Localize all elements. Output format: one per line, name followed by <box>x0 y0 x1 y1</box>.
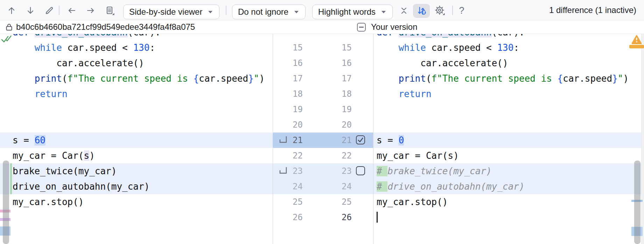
code-token: print <box>35 73 62 84</box>
code-line-right-18[interactable]: return <box>373 86 641 102</box>
code-line-right-23[interactable]: # brake_twice(my_car) <box>373 163 641 179</box>
gutter-row-24: 2424 <box>273 179 373 194</box>
code-line-left-19[interactable] <box>0 102 273 117</box>
code-token: while <box>35 42 62 53</box>
difference-summary: 1 difference (1 inactive) <box>549 0 636 20</box>
line-number-right: 17 <box>327 71 352 86</box>
code-line-left-15[interactable]: while car.speed < 130: <box>0 40 273 55</box>
line-number-right: 25 <box>327 194 352 210</box>
code-token: drive_on_autobahn(my_car) <box>13 181 149 192</box>
gutter-row-19: 1919 <box>273 102 373 117</box>
code-token: { <box>558 73 563 84</box>
code-line-right-24[interactable]: # drive_on_autobahn(my_car) <box>373 179 641 194</box>
code-line-right-22[interactable]: my_car = Car(s) <box>373 148 641 163</box>
code-token <box>377 42 399 53</box>
code-line-right-15[interactable]: while car.speed < 130: <box>373 40 641 55</box>
pencil-icon <box>44 5 55 16</box>
diff-include-checkbox-23[interactable] <box>356 166 365 175</box>
line-number-left: 23 <box>278 163 303 179</box>
code-line-right-26[interactable] <box>373 210 641 225</box>
your-version-checkbox[interactable] <box>357 23 366 32</box>
code-line-left-24[interactable]: drive_on_autobahn(my_car) <box>0 179 273 194</box>
code-line-left-21[interactable]: s = 60 <box>0 133 273 148</box>
code-line-left-20[interactable] <box>0 117 273 133</box>
compare-contents-button[interactable] <box>104 5 115 16</box>
previous-difference-button[interactable] <box>6 5 18 16</box>
settings-button[interactable] <box>434 5 446 16</box>
code-line-left-26[interactable] <box>0 210 273 225</box>
whitespace-policy-dropdown[interactable]: Do not ignore <box>232 5 306 19</box>
gutter-row-26: 2626 <box>273 210 373 225</box>
gear-icon <box>434 5 446 16</box>
code-line-left-22[interactable]: my_car = Car(s) <box>0 148 273 163</box>
code-line-right-16[interactable]: car.accelerate() <box>373 55 641 71</box>
line-number-right: 21 <box>327 133 352 148</box>
code-token: " <box>618 73 623 84</box>
code-line-left-23[interactable]: brake_twice(my_car) <box>0 163 273 179</box>
line-number-left: 17 <box>278 71 303 86</box>
forward-button[interactable] <box>85 5 97 16</box>
code-line-left-18[interactable]: return <box>0 86 273 102</box>
code-line-right-17[interactable]: print(f"The current speed is {car.speed}… <box>373 71 641 86</box>
line-number-right: 18 <box>327 86 352 102</box>
code-token: drive_on_autobahn <box>35 34 128 38</box>
code-token: ( <box>426 73 432 84</box>
line-number-left: 16 <box>278 55 303 71</box>
diff-include-checkbox-21[interactable] <box>356 135 365 144</box>
line-number-right: 16 <box>327 55 352 71</box>
inline-added-marker <box>10 163 12 179</box>
document-icon <box>104 5 115 16</box>
diff-viewer-window: Side-by-side viewer Do not ignore Highli… <box>0 0 644 244</box>
right-code-pane[interactable]: def drive_on_autobahn(car): while car.sp… <box>373 34 641 244</box>
next-difference-button[interactable] <box>24 5 36 16</box>
text-cursor <box>377 212 378 223</box>
gutter-row-17: 1717 <box>273 71 373 86</box>
inline-added-marker <box>10 179 12 194</box>
code-line-right-19[interactable] <box>373 102 641 117</box>
chevron-down-icon <box>207 9 214 14</box>
line-number-right <box>327 34 352 40</box>
code-line-right-21[interactable]: s = 0 <box>373 133 641 148</box>
code-token: my_car = Car( <box>13 150 84 161</box>
viewer-mode-dropdown[interactable]: Side-by-side viewer <box>123 5 219 19</box>
code-token: ( <box>62 73 68 84</box>
code-line-left-14[interactable]: def drive_on_autobahn(car): <box>0 34 273 40</box>
gutter-row-25: 2525 <box>273 194 373 210</box>
code-token: drive_on_autobahn <box>399 34 492 38</box>
code-token: brake_twice(my_car) <box>13 166 117 176</box>
back-button[interactable] <box>66 5 78 16</box>
code-token: s = <box>13 135 35 145</box>
edit-button[interactable] <box>43 5 55 16</box>
line-number-left: 22 <box>278 148 303 163</box>
code-token <box>13 89 35 99</box>
code-token: car.speed < <box>426 42 497 53</box>
line-number-right: 20 <box>327 117 352 133</box>
right-version-title: Your version <box>371 20 418 34</box>
viewer-mode-value: Side-by-side viewer <box>129 7 202 17</box>
code-token: my_car = Car(s) <box>377 150 459 161</box>
code-token: while <box>399 42 426 53</box>
left-scrollbar-thumb[interactable] <box>3 161 9 244</box>
gutter-row-21: 2121 <box>273 133 373 148</box>
code-token: } <box>248 73 254 84</box>
code-line-right-25[interactable]: my_car.stop() <box>373 194 641 210</box>
code-line-left-17[interactable]: print(f"The current speed is {car.speed}… <box>0 71 273 86</box>
sync-scrolling-button[interactable] <box>413 4 430 18</box>
code-line-left-16[interactable]: car.accelerate() <box>0 55 273 71</box>
collapse-unchanged-button[interactable] <box>398 5 410 16</box>
code-token: : <box>149 42 155 53</box>
code-line-right-20[interactable] <box>373 117 641 133</box>
arrow-right-icon <box>85 5 96 16</box>
code-line-left-25[interactable]: my_car.stop() <box>0 194 273 210</box>
sync-scroll-icon <box>415 5 428 17</box>
gutter-row-23: 2323 <box>273 163 373 179</box>
file-header-row: b40c6b4660ba721cf99d549edee3449fa4f8a075… <box>0 20 644 34</box>
help-button[interactable]: ? <box>456 5 468 16</box>
warning-icon[interactable] <box>631 34 642 46</box>
left-code-pane[interactable]: def drive_on_autobahn(car): while car.sp… <box>0 34 273 244</box>
right-scrollbar-thumb[interactable] <box>634 161 640 244</box>
highlight-mode-dropdown[interactable]: Highlight words <box>312 5 393 19</box>
line-number-right: 19 <box>327 102 352 117</box>
code-line-right-14[interactable]: def drive_on_autobahn(car): <box>373 34 641 40</box>
toolbar-separator <box>452 6 453 15</box>
